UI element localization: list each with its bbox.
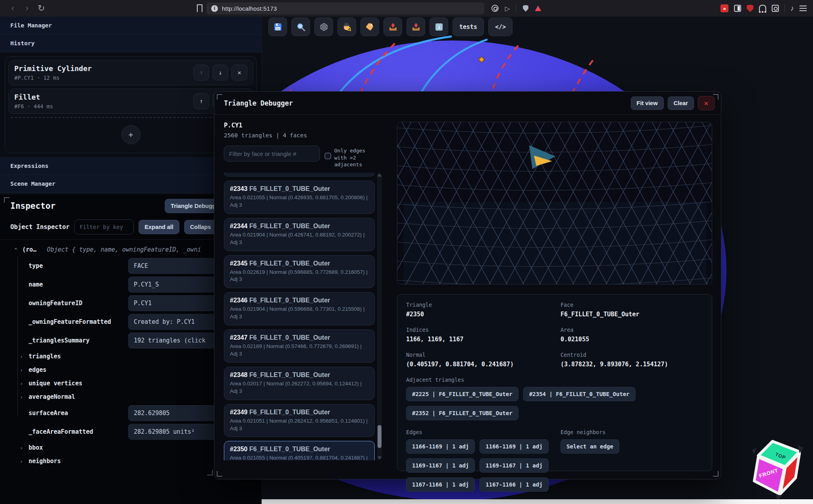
divider: [784, 4, 785, 12]
history-item[interactable]: Primitive Cylinder #P.CY1 · 12 ms ↑ ↓ ✕: [8, 60, 253, 85]
chevron-expanded-icon[interactable]: ⌃: [14, 247, 22, 253]
outbox-tray-icon: [411, 22, 421, 32]
info-icon: i: [434, 22, 444, 32]
history-item-meta: #P.CY1 · 12 ms: [14, 75, 193, 81]
move-up-button[interactable]: ↑: [193, 93, 209, 109]
detail-label: Face: [561, 302, 703, 308]
triangle-id: #2345: [230, 260, 248, 267]
triangle-card[interactable]: #2349 F6_FILLET_0_TUBE_Outer Area 0.0210…: [224, 404, 375, 437]
chevron-collapsed-icon[interactable]: ›: [20, 394, 25, 400]
zoom-icon[interactable]: [491, 5, 499, 12]
only-edges-checkbox[interactable]: [325, 153, 331, 159]
section-history[interactable]: History: [0, 35, 262, 52]
move-down-button[interactable]: ↓: [212, 65, 228, 81]
triangle-filter-input[interactable]: [224, 146, 320, 162]
triangle-card-selected[interactable]: #2350 F6_FILLET_0_TUBE_Outer Area 0.0210…: [224, 441, 375, 460]
scroll-up-icon[interactable]: [377, 173, 382, 177]
search-button[interactable]: [291, 17, 310, 36]
browser-back-button[interactable]: ‹: [6, 3, 20, 13]
ghost-extension-icon[interactable]: [759, 5, 766, 12]
triangle-meta: Area 0.021055 | Normal (0.405197, 0.8817…: [230, 454, 369, 460]
shield-icon[interactable]: [523, 5, 528, 12]
edge-chip[interactable]: 1169-1167 | 1 adj: [406, 458, 475, 473]
container-search-icon[interactable]: [772, 5, 779, 12]
delete-button[interactable]: ✕: [231, 65, 247, 81]
chevron-collapsed-icon[interactable]: ›: [20, 381, 25, 387]
wireframe-preview[interactable]: [397, 122, 712, 285]
edge-chip[interactable]: 1166-1169 | 1 adj: [480, 439, 548, 454]
detail-label: Normal: [406, 352, 561, 358]
menu-icon[interactable]: [800, 6, 807, 11]
edge-chip[interactable]: 1169-1167 | 1 adj: [480, 458, 548, 473]
triangle-list[interactable]: #2343 F6_FILLET_0_TUBE_Outer Area 0.0210…: [224, 173, 375, 460]
move-up-button[interactable]: ↑: [193, 65, 209, 81]
triangle-card[interactable]: #2344 F6_FILLET_0_TUBE_Outer Area 0.0219…: [224, 218, 375, 251]
detail-label: Indices: [406, 327, 561, 333]
triangle-card[interactable]: #2345 F6_FILLET_0_TUBE_Outer Area 0.0226…: [224, 255, 375, 289]
export-button[interactable]: [383, 17, 402, 36]
scrollbar[interactable]: [377, 173, 382, 460]
object-inspector-title: Object Inspector: [10, 223, 69, 231]
triangle-logo-icon[interactable]: [535, 6, 541, 11]
tests-button[interactable]: tests: [453, 17, 484, 36]
panel-corner: [4, 197, 10, 203]
edge-chip[interactable]: 1167-1166 | 1 adj: [480, 477, 548, 492]
section-file-manager[interactable]: File Manager: [0, 17, 262, 35]
chevron-collapsed-icon[interactable]: ›: [20, 354, 25, 360]
music-icon[interactable]: ♪: [790, 4, 794, 13]
bookmark-icon[interactable]: [197, 4, 202, 12]
ublock-icon[interactable]: [747, 5, 753, 12]
view-cube[interactable]: TOP FRONT: [750, 436, 810, 499]
chevron-collapsed-icon[interactable]: ›: [20, 458, 25, 464]
tag-button[interactable]: [360, 17, 379, 36]
inspect-button[interactable]: [337, 17, 356, 36]
detail-label: Centroid: [561, 352, 703, 358]
code-button[interactable]: </>: [488, 17, 512, 36]
export-button-2[interactable]: [406, 17, 425, 36]
triangle-card[interactable]: #2343 F6_FILLET_0_TUBE_Outer Area 0.0210…: [224, 181, 375, 214]
adjacent-chip[interactable]: #2354 | F6_FILLET_0_TUBE_Outer: [523, 387, 636, 401]
key-filter-input[interactable]: [74, 219, 134, 235]
panel-corner: [207, 470, 213, 475]
browser-toolbar: ‹ › ↻ i http://localhost:5173 ▷ » ♪: [0, 0, 813, 17]
browser-reload-button[interactable]: ↻: [34, 3, 48, 13]
extension-box-icon[interactable]: [734, 5, 741, 12]
address-bar[interactable]: i http://localhost:5173: [206, 2, 484, 14]
chevron-collapsed-icon[interactable]: ›: [20, 367, 25, 373]
triangle-card[interactable]: #2347 F6_FILLET_0_TUBE_Outer Area 0.0218…: [224, 329, 375, 363]
scrollbar-thumb[interactable]: [378, 425, 381, 448]
scroll-down-icon[interactable]: [377, 456, 382, 460]
mesh-button[interactable]: [314, 17, 333, 36]
search-icon: [296, 22, 306, 32]
collapse-all-button[interactable]: Collaps: [184, 220, 217, 234]
add-feature-button[interactable]: +: [121, 125, 141, 144]
triangle-meta: Area 0.021904 | Normal (0.426741, 0.8819…: [230, 231, 369, 246]
edge-chip[interactable]: 1167-1166 | 1 adj: [406, 477, 475, 492]
tree-root-preview: Object { type, name, owningFeatureID, _o…: [47, 246, 201, 253]
detective-icon: [342, 22, 352, 32]
triangle-id: #2347: [230, 334, 248, 341]
site-info-icon[interactable]: i: [211, 5, 218, 12]
info-button[interactable]: i: [430, 17, 448, 36]
adjacent-chip[interactable]: #2225 | F6_FILLET_0_TUBE_Outer: [406, 387, 518, 401]
chevron-collapsed-icon[interactable]: ›: [20, 445, 25, 451]
reader-mode-icon[interactable]: ▷: [505, 5, 510, 12]
tree-key: owningFeatureID: [29, 300, 82, 307]
save-button[interactable]: [268, 17, 287, 36]
triangle-id: #2350: [230, 446, 248, 452]
extension-chevrons-icon[interactable]: »: [721, 4, 728, 12]
fit-view-button[interactable]: Fit view: [631, 96, 664, 110]
triangle-meta: Area 0.02189 | Normal (0.57466, 0.772679…: [230, 343, 369, 358]
edge-chip[interactable]: 1166-1169 | 1 adj: [406, 439, 475, 454]
close-button[interactable]: ✕: [698, 96, 715, 110]
triangle-card[interactable]: #2348 F6_FILLET_0_TUBE_Outer Area 0.0201…: [224, 367, 375, 400]
browser-forward-button[interactable]: ›: [20, 3, 34, 13]
tree-key: name: [29, 281, 43, 288]
outbox-tray-icon: [388, 22, 398, 32]
only-edges-label: Only edges with >2 adjacents: [334, 147, 376, 168]
adjacent-chip[interactable]: #2352 | F6_FILLET_0_TUBE_Outer: [406, 406, 518, 420]
clear-button[interactable]: Clear: [668, 96, 694, 110]
expand-all-button[interactable]: Expand all: [139, 220, 179, 234]
triangle-id: #2349: [230, 409, 248, 416]
triangle-card[interactable]: #2346 F6_FILLET_0_TUBE_Outer Area 0.0219…: [224, 292, 375, 325]
